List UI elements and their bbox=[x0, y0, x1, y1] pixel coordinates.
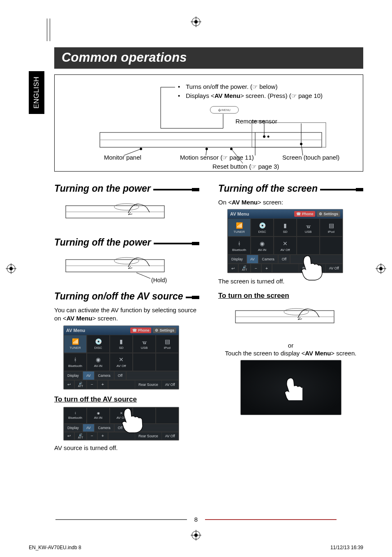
display-tab-av: AV bbox=[83, 424, 95, 432]
source-avin: ◉AV-IN bbox=[87, 353, 110, 371]
source-disc: 💿DISC bbox=[251, 218, 274, 237]
source-empty bbox=[297, 237, 320, 255]
source-avin: ◉AV-IN bbox=[251, 237, 274, 255]
display-tab-camera: Camera bbox=[95, 371, 114, 380]
av-source-off-strip: ᚼBluetooth ◉AV-IN ✕AV Off Display AV Cam… bbox=[63, 407, 179, 441]
source-avin: ◉AV-IN bbox=[87, 407, 110, 424]
source-avoff: ✕AV Off bbox=[274, 237, 297, 255]
footer-timestamp: 11/12/13 16:39 bbox=[330, 545, 363, 550]
sound-icon: 🔊 bbox=[243, 265, 247, 268]
footer-av-off: AV Off bbox=[161, 381, 178, 389]
display-tab-av: AV bbox=[247, 255, 258, 264]
bullet-avmenu: Displays <AV Menu> screen. (Press) (☞ pa… bbox=[186, 91, 323, 100]
disc-icon: 💿 bbox=[95, 338, 102, 345]
source-usb: ᚗUSB bbox=[133, 335, 156, 353]
display-tab-off: Off bbox=[114, 371, 126, 380]
phone-icon: ☎ bbox=[132, 328, 137, 332]
screen-off-text: The screen is turned off. bbox=[218, 277, 363, 285]
bullet-dot bbox=[178, 91, 182, 100]
label-remote-sensor: Remote sensor bbox=[235, 118, 277, 125]
press-diagram-screen-on bbox=[218, 303, 363, 336]
footer-att: 🔊ATT bbox=[238, 264, 251, 273]
footer-plus: + bbox=[97, 432, 108, 440]
phone-icon: ☎ bbox=[296, 212, 301, 216]
source-bluetooth: ᚼBluetooth bbox=[64, 353, 87, 371]
av-menu-title: AV Menu bbox=[66, 328, 85, 333]
avin-icon: ◉ bbox=[258, 240, 266, 247]
bluetooth-icon: ᚼ bbox=[74, 411, 76, 415]
sound-icon: 🔊 bbox=[79, 382, 83, 385]
display-tab-av: AV bbox=[83, 371, 95, 380]
footer-plus: + bbox=[261, 264, 272, 273]
avoff-icon: ✕ bbox=[118, 356, 125, 363]
print-footer: EN_KW-AV70EU.indb 8 11/12/13 16:39 bbox=[29, 545, 363, 550]
svg-rect-28 bbox=[252, 123, 326, 147]
footer-rear-source: Rear Source bbox=[135, 432, 161, 440]
ipod-icon: ▤ bbox=[327, 222, 335, 229]
avin-icon: ◉ bbox=[95, 356, 102, 363]
page-rule-left bbox=[55, 519, 187, 520]
heading-rule bbox=[154, 243, 199, 244]
gear-icon: ⚙ bbox=[155, 328, 158, 332]
disc-icon: 💿 bbox=[258, 222, 266, 229]
label-motion-sensor: Motion sensor (☞ page 11) bbox=[180, 154, 254, 161]
page: ENGLISH Common operations bbox=[29, 19, 363, 537]
source-usb: ᚗUSB bbox=[297, 218, 320, 237]
ipod-icon: ▤ bbox=[164, 338, 171, 345]
source-tuner: 📶TUNER bbox=[64, 335, 87, 353]
footer-minus: − bbox=[87, 380, 97, 389]
bullet-power: Turns on/off the power. (☞ below) bbox=[186, 82, 277, 91]
hand-pointer-icon bbox=[279, 375, 302, 400]
heading-turning-off-screen: Turning off the screen bbox=[218, 183, 363, 194]
device-figure: Turns on/off the power. (☞ below) Displa… bbox=[54, 74, 363, 172]
phone-chip: ☎Phone bbox=[130, 327, 152, 333]
av-menu-screenshot-left: AV Menu ☎Phone ⚙Settings 📶TUNER 💿DISC ▮S… bbox=[63, 325, 179, 390]
svg-point-21 bbox=[267, 136, 270, 138]
tuner-icon: 📶 bbox=[71, 338, 79, 345]
language-tab: ENGLISH bbox=[29, 71, 44, 114]
language-label: ENGLISH bbox=[32, 77, 41, 109]
avoff-icon: ✕ bbox=[281, 240, 289, 247]
footer-av-off: AV Off bbox=[161, 432, 178, 440]
footer-file: EN_KW-AV70EU.indb 8 bbox=[29, 545, 81, 550]
footer-att: 🔊ATT bbox=[74, 432, 87, 440]
display-tab-camera: Camera bbox=[95, 424, 114, 432]
source-avoff: ✕AV Off bbox=[110, 353, 133, 371]
page-trim-lines bbox=[47, 19, 51, 41]
heading-turning-off-power: Turning off the power bbox=[54, 237, 199, 248]
hold-label: (Hold) bbox=[151, 277, 167, 283]
av-menu-screenshot-right: AV Menu ☎Phone ⚙Settings 📶TUNER 💿DISC ▮S… bbox=[227, 209, 343, 273]
footer-back: ↩ bbox=[64, 380, 74, 389]
left-column: Turning on the power Turning off the pow… bbox=[54, 183, 199, 452]
source-tuner: 📶TUNER bbox=[228, 218, 251, 237]
source-empty bbox=[320, 237, 343, 255]
heading-av-source: Turning on/off the AV source bbox=[54, 291, 199, 302]
page-number: 8 bbox=[189, 516, 203, 523]
bluetooth-icon: ᚼ bbox=[235, 240, 243, 247]
settings-chip: ⚙Settings bbox=[153, 327, 176, 333]
source-empty bbox=[133, 407, 156, 424]
footer-rear-source: Rear Source bbox=[135, 381, 161, 389]
display-tab-off: Off bbox=[114, 424, 126, 432]
footer-plus: + bbox=[97, 380, 108, 389]
device-top-description: Turns on/off the power. (☞ below) Displa… bbox=[178, 82, 323, 100]
source-bluetooth: ᚼBluetooth bbox=[228, 237, 251, 255]
source-bluetooth: ᚼBluetooth bbox=[64, 407, 87, 424]
footer-back: ↩ bbox=[228, 264, 238, 273]
gear-icon: ⚙ bbox=[319, 212, 322, 216]
display-tab-off: Off bbox=[278, 255, 290, 264]
page-number-row: 8 bbox=[29, 515, 363, 523]
sound-icon: 🔊 bbox=[79, 433, 83, 436]
source-ipod: ▤iPod bbox=[320, 218, 343, 237]
page-rule-right bbox=[205, 519, 337, 520]
press-diagram-off: (Hold) bbox=[54, 252, 199, 285]
sd-icon: ▮ bbox=[118, 338, 125, 345]
footer-minus: − bbox=[87, 432, 97, 440]
source-sd: ▮SD bbox=[110, 335, 133, 353]
page-title: Common operations bbox=[54, 47, 363, 69]
label-screen-touch: Screen (touch panel) bbox=[282, 154, 339, 161]
right-column: Turning off the screen On <AV Menu> scre… bbox=[218, 183, 363, 452]
crop-mark-right bbox=[376, 263, 386, 274]
bullet-dot bbox=[178, 82, 182, 91]
heading-rule bbox=[153, 189, 199, 190]
